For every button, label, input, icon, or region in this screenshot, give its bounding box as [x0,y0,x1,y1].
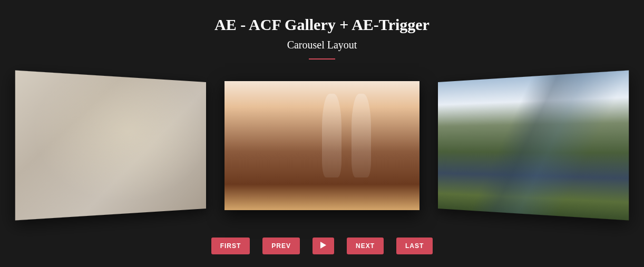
carousel-slide-right[interactable] [438,71,629,221]
prev-button[interactable]: PREV [262,238,300,254]
gallery-container: AE - ACF Gallery + AE-Trigger Carousel L… [0,0,644,254]
last-button[interactable]: LAST [396,238,433,254]
carousel-slide-center[interactable] [225,81,419,210]
play-icon [320,242,327,250]
next-button[interactable]: NEXT [347,238,384,254]
title-divider [309,58,335,60]
page-subtitle: Carousel Layout [287,39,357,51]
carousel [32,74,612,216]
page-title: AE - ACF Gallery + AE-Trigger [214,16,430,34]
carousel-controls: FIRST PREV NEXT LAST [211,238,433,254]
carousel-slide-left[interactable] [15,71,206,221]
first-button[interactable]: FIRST [211,238,250,254]
play-button[interactable] [313,238,334,254]
